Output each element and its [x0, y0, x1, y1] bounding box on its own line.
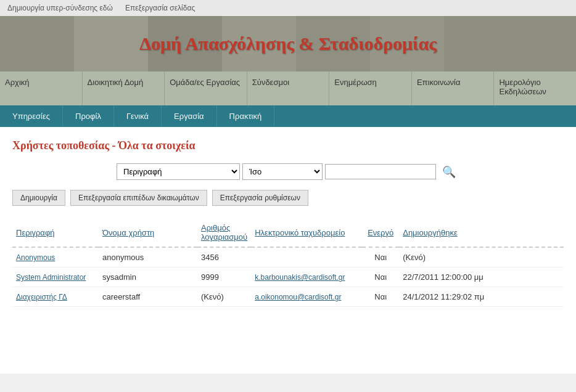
sort-active-link[interactable]: Ενεργό [368, 228, 393, 237]
nav-item-admin[interactable]: Διοικητική Δομή [83, 71, 165, 105]
subnav-label-work: Εργασία [174, 112, 204, 121]
search-icon: 🔍 [442, 166, 456, 178]
nav-label-contact: Επικοινωνία [417, 78, 461, 87]
sort-description-link[interactable]: Περιγραφή [16, 228, 55, 237]
cell-description: System Administrator [12, 267, 99, 287]
search-bar: Περιγραφή Όνομα χρήστη Αριθμός λογαριασμ… [12, 163, 564, 180]
table-row: Anonymousanonymous3456Ναι(Κενό) [12, 247, 564, 267]
subnav-label-profile: Προφίλ [75, 112, 101, 121]
nav-label-news: Ενημέρωση [334, 78, 377, 87]
create-button[interactable]: Δημιουργία [12, 190, 65, 206]
email-link[interactable]: a.oikonomou@cardisoft.gr [255, 293, 341, 301]
edit-permissions-button[interactable]: Επεξεργασία επιπέδων δικαιωμάτων [70, 190, 207, 206]
top-links-bar: Δημιουργία υπερ-σύνδεσης εδώ Επεξεργασία… [0, 0, 576, 16]
cell-description: Anonymous [12, 247, 99, 267]
col-header-email[interactable]: Ηλεκτρονικό ταχυδρομείο [251, 218, 362, 247]
nav-item-calendar[interactable]: Ημερολόγιο Εκδηλώσεων [494, 71, 576, 105]
cell-created: 22/7/2011 12:00:00 μμ [399, 267, 564, 287]
col-header-active[interactable]: Ενεργό [362, 218, 399, 247]
table-row: Διαχειριστής ΓΔcareerstaff(Κενό)a.oikono… [12, 287, 564, 307]
nav-item-links[interactable]: Σύνδεσμοι [247, 71, 330, 105]
col-header-description[interactable]: Περιγραφή [12, 218, 99, 247]
content-area: Χρήστες τοποθεσίας - Όλα τα στοιχεία Περ… [0, 127, 576, 374]
description-link[interactable]: Anonymous [16, 253, 55, 262]
site-title: Δομή Απασχόλησης & Σταδιοδρομίας [139, 33, 437, 54]
description-link[interactable]: Διαχειριστής ΓΔ [16, 293, 67, 301]
cell-email: k.barbounakis@cardisoft.gr [251, 267, 362, 287]
subnav-label-practice: Πρακτική [229, 112, 262, 121]
search-button[interactable]: 🔍 [438, 164, 459, 180]
action-buttons: Δημιουργία Επεξεργασία επιπέδων δικαιωμά… [12, 190, 564, 206]
nav-label-group: Ομάδα/ες Εργασίας [170, 78, 240, 87]
sub-nav: Υπηρεσίες Προφίλ Γενικά Εργασία Πρακτική [0, 105, 576, 127]
create-hyperlink[interactable]: Δημιουργία υπερ-σύνδεσης εδώ [7, 4, 113, 12]
cell-username: sysadmin [99, 267, 197, 287]
table-row: System Administratorsysadmin9999k.barbou… [12, 267, 564, 287]
sort-email-link[interactable]: Ηλεκτρονικό ταχυδρομείο [255, 228, 345, 237]
subnav-work[interactable]: Εργασία [162, 105, 217, 127]
edit-settings-button[interactable]: Επεξεργασία ρυθμίσεων [212, 190, 308, 206]
cell-email: a.oikonomou@cardisoft.gr [251, 287, 362, 307]
cell-active: Ναι [362, 267, 399, 287]
users-table: Περιγραφή Όνομα χρήστη Αριθμός λογαριασμ… [12, 218, 564, 307]
nav-label-calendar: Ημερολόγιο Εκδηλώσεων [499, 78, 571, 96]
subnav-label-services: Υπηρεσίες [12, 112, 50, 121]
sort-username-link[interactable]: Όνομα χρήστη [102, 228, 154, 237]
subnav-profile[interactable]: Προφίλ [63, 105, 114, 127]
condition-select[interactable]: Ίσο Περιέχει Αρχίζει με [242, 163, 323, 180]
nav-label-links: Σύνδεσμοι [252, 78, 289, 87]
header-banner: Δομή Απασχόλησης & Σταδιοδρομίας [0, 16, 576, 71]
subnav-services[interactable]: Υπηρεσίες [0, 105, 63, 127]
cell-username: careerstaff [99, 287, 197, 307]
email-link[interactable]: k.barbounakis@cardisoft.gr [255, 273, 345, 282]
page-title: Χρήστες τοποθεσίας - Όλα τα στοιχεία [12, 139, 564, 152]
nav-label-home: Αρχική [5, 78, 30, 87]
filter-select[interactable]: Περιγραφή Όνομα χρήστη Αριθμός λογαριασμ… [117, 163, 240, 180]
col-header-username[interactable]: Όνομα χρήστη [99, 218, 197, 247]
cell-description: Διαχειριστής ΓΔ [12, 287, 99, 307]
nav-item-group[interactable]: Ομάδα/ες Εργασίας [165, 71, 247, 105]
col-header-account-number[interactable]: Αριθμός λογαριασμού [197, 218, 251, 247]
edit-page-link[interactable]: Επεξεργασία σελίδας [125, 4, 195, 12]
cell-account-number: 3456 [197, 247, 251, 267]
col-header-created[interactable]: Δημιουργήθηκε [399, 218, 564, 247]
nav-label-admin: Διοικητική Δομή [88, 78, 144, 87]
subnav-practice[interactable]: Πρακτική [217, 105, 275, 127]
sort-created-link[interactable]: Δημιουργήθηκε [403, 228, 458, 237]
cell-created: (Κενό) [399, 247, 564, 267]
nav-item-home[interactable]: Αρχική [0, 71, 83, 105]
nav-item-contact[interactable]: Επικοινωνία [412, 71, 495, 105]
nav-item-news[interactable]: Ενημέρωση [329, 71, 412, 105]
description-link[interactable]: System Administrator [16, 273, 86, 282]
cell-username: anonymous [99, 247, 197, 267]
cell-created: 24/1/2012 11:29:02 πμ [399, 287, 564, 307]
main-nav: Αρχική Διοικητική Δομή Ομάδα/ες Εργασίας… [0, 71, 576, 105]
subnav-label-general: Γενικά [126, 112, 149, 121]
cell-active: Ναι [362, 287, 399, 307]
table-header-row: Περιγραφή Όνομα χρήστη Αριθμός λογαριασμ… [12, 218, 564, 247]
cell-email [251, 247, 362, 267]
sort-account-link[interactable]: Αριθμός λογαριασμού [201, 223, 247, 242]
cell-account-number: 9999 [197, 267, 251, 287]
subnav-general[interactable]: Γενικά [114, 105, 162, 127]
cell-account-number: (Κενό) [197, 287, 251, 307]
cell-active: Ναι [362, 247, 399, 267]
search-input[interactable] [325, 164, 436, 179]
